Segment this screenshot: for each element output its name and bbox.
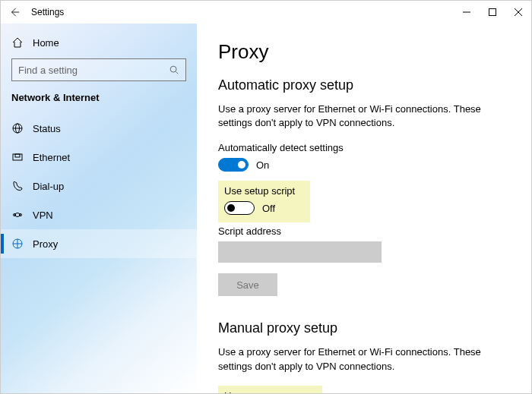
setup-script-toggle[interactable] xyxy=(224,201,255,215)
page-title: Proxy xyxy=(218,40,510,64)
window-body: Home Network & Internet Status Ethern xyxy=(1,24,531,393)
save-button[interactable]: Save xyxy=(218,273,277,296)
svg-rect-1 xyxy=(489,9,496,16)
svg-point-4 xyxy=(170,66,176,72)
sidebar-item-label: Ethernet xyxy=(33,152,70,163)
minimize-icon xyxy=(463,8,470,16)
sidebar-item-status[interactable]: Status xyxy=(1,114,197,143)
phone-icon xyxy=(11,180,24,192)
use-proxy-label: Use a proxy server xyxy=(224,390,307,393)
sidebar-item-ethernet[interactable]: Ethernet xyxy=(1,143,197,172)
sidebar-item-vpn[interactable]: VPN xyxy=(1,200,197,229)
globe-icon xyxy=(11,122,24,134)
sidebar-item-dialup[interactable]: Dial-up xyxy=(1,172,197,200)
proxy-icon xyxy=(11,238,24,250)
auto-description: Use a proxy server for Ethernet or Wi-Fi… xyxy=(218,102,510,130)
toggle-knob xyxy=(227,204,235,212)
auto-detect-label: Automatically detect settings xyxy=(218,142,510,153)
setup-script-label: Use setup script xyxy=(224,185,295,197)
setup-script-state: Off xyxy=(262,203,275,214)
auto-detect-toggle-row: On xyxy=(218,158,510,172)
close-icon xyxy=(515,8,522,16)
window-controls xyxy=(454,1,531,24)
search-input[interactable] xyxy=(18,65,169,76)
highlight-region-script: Use setup script Off xyxy=(218,181,310,222)
sidebar-item-label: Proxy xyxy=(33,238,58,250)
close-button[interactable] xyxy=(505,1,531,24)
settings-window: Settings Home xyxy=(0,0,532,394)
back-button[interactable] xyxy=(1,1,28,24)
auto-detect-toggle[interactable] xyxy=(218,158,249,172)
script-address-input[interactable] xyxy=(218,241,382,263)
highlight-region-proxy: Use a proxy server Off xyxy=(218,386,322,393)
content-area[interactable]: Proxy Automatic proxy setup Use a proxy … xyxy=(197,24,531,393)
section-heading-manual: Manual proxy setup xyxy=(218,320,510,336)
maximize-button[interactable] xyxy=(480,1,505,24)
minimize-button[interactable] xyxy=(454,1,480,24)
ethernet-icon xyxy=(11,151,24,163)
sidebar-item-home[interactable]: Home xyxy=(1,30,197,55)
section-heading-auto: Automatic proxy setup xyxy=(218,77,510,93)
home-icon xyxy=(11,36,24,49)
sidebar-category: Network & Internet xyxy=(1,90,197,114)
sidebar-item-label: Home xyxy=(33,37,59,49)
maximize-icon xyxy=(489,8,496,16)
window-title: Settings xyxy=(28,7,64,17)
sidebar: Home Network & Internet Status Ethern xyxy=(1,24,197,393)
titlebar: Settings xyxy=(1,1,531,24)
arrow-left-icon xyxy=(9,7,20,17)
sidebar-item-label: Dial-up xyxy=(33,181,64,192)
sidebar-item-label: Status xyxy=(33,123,61,134)
search-icon xyxy=(169,65,179,75)
sidebar-item-label: VPN xyxy=(33,210,53,221)
manual-description: Use a proxy server for Ethernet or Wi-Fi… xyxy=(218,345,510,373)
setup-script-toggle-row: Off xyxy=(224,201,295,215)
svg-line-5 xyxy=(176,72,179,74)
toggle-knob xyxy=(238,161,245,169)
search-box[interactable] xyxy=(11,58,186,81)
script-address-label: Script address xyxy=(218,225,510,237)
sidebar-item-proxy[interactable]: Proxy xyxy=(1,229,197,258)
auto-detect-state: On xyxy=(256,159,269,171)
vpn-icon xyxy=(11,209,24,221)
search-container xyxy=(1,55,197,90)
svg-rect-10 xyxy=(15,154,20,157)
